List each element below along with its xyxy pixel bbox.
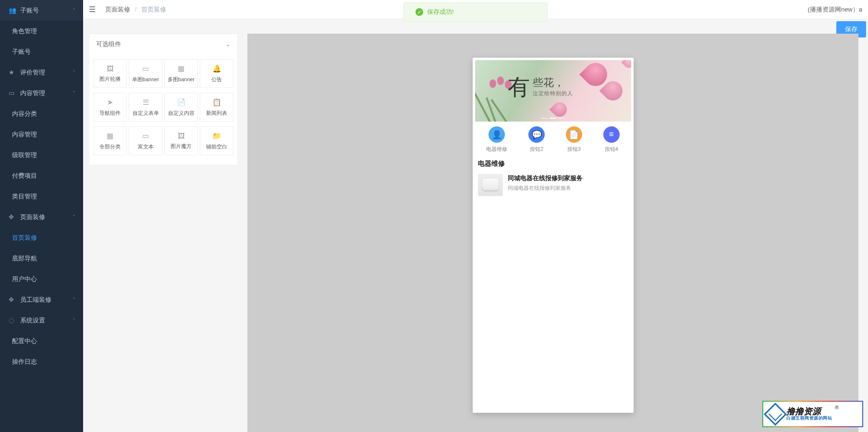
sidebar-section-5[interactable]: ◌系统设置˄ xyxy=(0,310,83,331)
sidebar-section-1[interactable]: ★评价管理˅ xyxy=(0,62,83,83)
watermark: 撸撸资源 白嫖互联网资源的网站 ® xyxy=(762,401,863,427)
nav-button-2[interactable]: 📄按钮3 xyxy=(566,126,582,153)
sidebar-item-3-0[interactable]: 首页装修 xyxy=(0,227,83,248)
palette-item-richtext[interactable]: ▭富文本 xyxy=(129,126,162,155)
sidebar-item-2-3[interactable]: 付费项目 xyxy=(0,165,83,186)
chevron-icon: ˅ xyxy=(73,69,75,75)
collapse-icon[interactable]: ☰ xyxy=(89,5,96,14)
menu-icon: ◌ xyxy=(9,317,15,324)
chevron-icon: ˄ xyxy=(73,214,75,220)
single-banner-icon: ▭ xyxy=(142,64,149,73)
nav-button-0[interactable]: 👤电器维修 xyxy=(486,126,507,153)
banner-text: 有 些花， 注定给特别的人 xyxy=(508,77,573,97)
sidebar-item-2-0[interactable]: 内容分类 xyxy=(0,103,83,124)
chevron-icon: ˄ xyxy=(73,90,75,96)
carousel-dots[interactable] xyxy=(541,118,565,119)
palette-item-notice[interactable]: 🔔公告 xyxy=(200,59,233,88)
spacer-icon: 📁 xyxy=(212,132,221,140)
palette-item-custom-content[interactable]: 📄自定义内容 xyxy=(164,93,198,122)
nav-icon-0: 👤 xyxy=(489,126,505,143)
chevron-icon: ˅ xyxy=(73,296,75,303)
menu-icon: ★ xyxy=(9,69,15,76)
sidebar-item-3-2[interactable]: 用户中心 xyxy=(0,269,83,289)
toast-text: 保存成功! xyxy=(427,8,454,16)
preview-nav-grid: 👤电器维修💬按钮2📄按钮3≡按钮4 xyxy=(475,122,631,158)
sidebar-item-0-1[interactable]: 子账号 xyxy=(0,41,83,62)
sidebar: 👥子账号˄角色管理子账号★评价管理˅▭内容管理˄内容分类内容管理级联管理付费项目… xyxy=(0,0,83,432)
palette-title: 可选组件 xyxy=(96,40,121,49)
sidebar-section-4[interactable]: ✥员工端装修˅ xyxy=(0,289,83,310)
nav-icon: ➤ xyxy=(107,98,113,107)
palette-item-news-list[interactable]: 📋新闻列表 xyxy=(200,93,233,122)
nav-icon-1: 💬 xyxy=(528,126,545,143)
sidebar-item-5-0[interactable]: 配置中心 xyxy=(0,331,83,351)
multi-banner-icon: ▦ xyxy=(178,64,184,73)
user-info[interactable]: (播播资源网new）a xyxy=(808,5,862,14)
sidebar-item-0-0[interactable]: 角色管理 xyxy=(0,21,83,41)
topbar: ☰ 页面装修 / 首页装修 (播播资源网new）a ✓ 保存成功! xyxy=(83,0,868,19)
sidebar-section-0[interactable]: 👥子账号˄ xyxy=(0,0,83,21)
device-preview: 有 些花， 注定给特别的人 👤电器维修💬按钮2📄按钮3≡按钮4 电器维修 同城电… xyxy=(473,58,634,413)
sidebar-item-3-1[interactable]: 底部导航 xyxy=(0,248,83,269)
palette-item-carousel[interactable]: 🖼图片轮播 xyxy=(93,59,127,88)
component-palette: 可选组件 ⌄ 🖼图片轮播▭单图banner▦多图banner🔔公告➤导航组件☰自… xyxy=(89,34,238,165)
palette-item-nav[interactable]: ➤导航组件 xyxy=(93,93,127,122)
palette-item-multi-banner[interactable]: ▦多图banner xyxy=(164,59,198,88)
breadcrumb-root[interactable]: 页面装修 xyxy=(105,6,130,13)
toast-success: ✓ 保存成功! xyxy=(403,2,548,22)
nav-icon-2: 📄 xyxy=(566,126,582,143)
palette-item-custom-form[interactable]: ☰自定义表单 xyxy=(129,93,162,122)
chevron-down-icon: ⌄ xyxy=(226,41,231,48)
sidebar-item-5-1[interactable]: 操作日志 xyxy=(0,351,83,372)
canvas: 有 些花， 注定给特别的人 👤电器维修💬按钮2📄按钮3≡按钮4 电器维修 同城电… xyxy=(247,34,858,432)
check-icon: ✓ xyxy=(416,8,423,16)
palette-item-image-magic[interactable]: 🖼图片魔方 xyxy=(164,126,198,155)
palette-item-spacer[interactable]: 📁辅助空白 xyxy=(200,126,233,155)
preview-banner[interactable]: 有 些花， 注定给特别的人 xyxy=(475,60,631,122)
list-item[interactable]: 同城电器在线报修到家服务同城电器在线报修到家服务 xyxy=(475,172,631,198)
watermark-logo-icon xyxy=(764,402,787,425)
sidebar-section-3[interactable]: ✥页面装修˄ xyxy=(0,207,83,227)
nav-icon-3: ≡ xyxy=(603,126,620,143)
menu-icon: ✥ xyxy=(9,296,15,303)
section-title: 电器维修 xyxy=(475,158,631,172)
breadcrumb-sep: / xyxy=(135,6,137,13)
menu-icon: 👥 xyxy=(9,7,15,14)
sidebar-section-2[interactable]: ▭内容管理˄ xyxy=(0,83,83,103)
custom-content-icon: 📄 xyxy=(177,98,186,107)
nav-button-3[interactable]: ≡按钮4 xyxy=(603,126,620,153)
sidebar-item-2-2[interactable]: 级联管理 xyxy=(0,145,83,165)
richtext-icon: ▭ xyxy=(142,132,149,140)
breadcrumb: 页面装修 / 首页装修 xyxy=(105,5,166,14)
news-list-icon: 📋 xyxy=(212,98,221,107)
chevron-icon: ˄ xyxy=(73,7,75,13)
carousel-icon: 🖼 xyxy=(107,64,114,73)
sidebar-item-2-4[interactable]: 类目管理 xyxy=(0,186,83,207)
menu-icon: ✥ xyxy=(9,213,15,221)
palette-item-all-cat[interactable]: ▦全部分类 xyxy=(93,126,127,155)
list-thumb xyxy=(478,174,503,196)
custom-form-icon: ☰ xyxy=(143,98,149,107)
chevron-icon: ˄ xyxy=(73,317,75,323)
sidebar-item-2-1[interactable]: 内容管理 xyxy=(0,124,83,145)
image-magic-icon: 🖼 xyxy=(178,132,185,140)
all-cat-icon: ▦ xyxy=(107,132,113,140)
notice-icon: 🔔 xyxy=(212,64,221,73)
palette-item-single-banner[interactable]: ▭单图banner xyxy=(129,59,162,88)
menu-icon: ▭ xyxy=(9,89,15,97)
breadcrumb-current: 首页装修 xyxy=(141,6,166,13)
palette-header[interactable]: 可选组件 ⌄ xyxy=(89,34,237,54)
nav-button-1[interactable]: 💬按钮2 xyxy=(528,126,545,153)
